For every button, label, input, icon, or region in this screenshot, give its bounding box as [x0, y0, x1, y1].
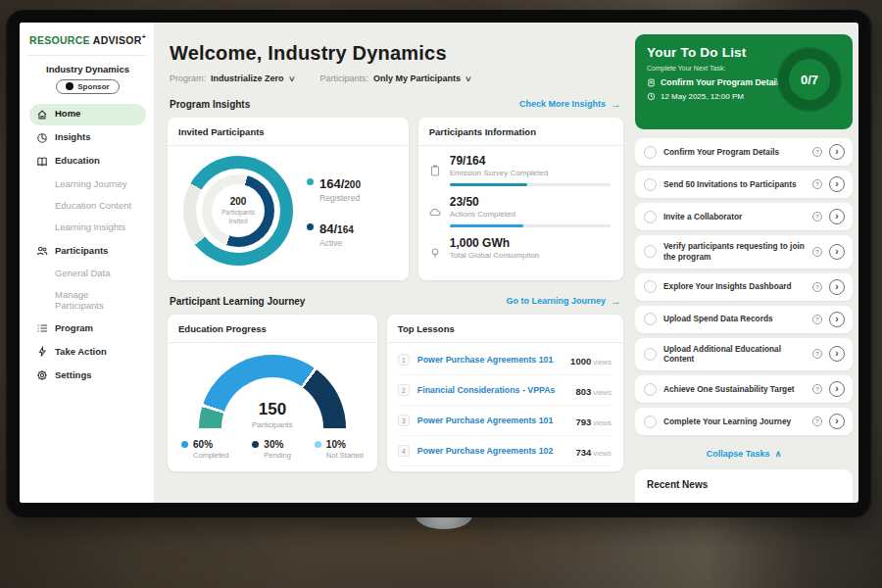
- link-label: Go to Learning Journey: [506, 296, 606, 306]
- help-icon[interactable]: ?: [812, 247, 822, 257]
- legend-value: 164/: [319, 176, 344, 191]
- sidebar-item-program[interactable]: Program: [29, 318, 146, 339]
- invited-participants-card: Invited Participants 200 Participants In…: [168, 118, 409, 280]
- sidebar-item-insights[interactable]: Insights: [29, 127, 146, 149]
- chevron-right-button[interactable]: ›: [829, 244, 845, 260]
- card-title: Education Progress: [168, 315, 377, 343]
- program-filter[interactable]: Program: Industrialize Zero ∨: [170, 74, 294, 83]
- sidebar-item-education[interactable]: Education: [29, 151, 146, 172]
- sidebar-item-home[interactable]: Home: [29, 104, 146, 125]
- checkbox-icon[interactable]: [644, 348, 657, 361]
- sidebar-item-education-content[interactable]: Education Content: [29, 196, 146, 216]
- checkbox-icon[interactable]: [644, 416, 657, 428]
- chevron-right-button[interactable]: ›: [829, 279, 845, 295]
- help-icon[interactable]: ?: [812, 212, 822, 221]
- progress-bar: [450, 224, 611, 227]
- task-row-invite-collaborator[interactable]: Invite a Collaborator ? ›: [635, 203, 853, 230]
- checkbox-icon[interactable]: [644, 383, 657, 396]
- top-lessons-card: Top Lessons 1 Power Purchase Agreements …: [387, 315, 623, 471]
- check-more-insights-link[interactable]: Check More Insights →: [519, 98, 621, 110]
- sidebar-item-label: Education: [55, 156, 100, 166]
- bulb-icon: [429, 236, 442, 263]
- gauge-center-value: 150: [199, 400, 346, 419]
- sidebar-item-learning-journey[interactable]: Learning Journey: [29, 174, 146, 194]
- progress-bar: [450, 183, 611, 186]
- stat-label: Emission Survey Completed: [450, 169, 611, 177]
- chevron-up-icon: ∧: [775, 449, 782, 459]
- brand-plus: +: [142, 33, 146, 40]
- participants-filter[interactable]: Participants: Only My Participants ∨: [319, 74, 470, 83]
- help-icon[interactable]: ?: [812, 384, 822, 394]
- help-icon[interactable]: ?: [812, 349, 822, 359]
- main-content: Welcome, Industry Dynamics Program: Indu…: [154, 23, 635, 503]
- org-name: Industry Dynamics: [29, 64, 146, 74]
- sidebar-item-general-data[interactable]: General Data: [29, 264, 146, 283]
- sidebar-item-manage-participants[interactable]: Manage Participants: [29, 285, 146, 316]
- task-row-upload-educational-content[interactable]: Upload Additional Educational Content ? …: [635, 338, 853, 371]
- help-icon[interactable]: ?: [812, 282, 822, 292]
- donut-center-value: 200: [230, 196, 247, 207]
- lesson-rank: 4: [398, 445, 410, 457]
- help-icon[interactable]: ?: [812, 416, 822, 426]
- checkbox-icon[interactable]: [644, 211, 657, 223]
- help-icon[interactable]: ?: [812, 147, 822, 157]
- donut-legend: 164/200 Registered 84/164 Active: [307, 174, 361, 248]
- chevron-right-button[interactable]: ›: [829, 144, 845, 160]
- lesson-link[interactable]: Power Purchase Agreements 101: [417, 416, 568, 425]
- list-icon: [36, 322, 48, 334]
- legend-pending: 30%Pending: [252, 439, 291, 460]
- todo-next-task-label: Confirm Your Program Details: [661, 77, 783, 87]
- sidebar-item-settings[interactable]: Settings: [29, 365, 146, 386]
- sidebar-item-learning-insights[interactable]: Learning Insights: [29, 218, 146, 237]
- collapse-tasks-link[interactable]: Collapse Tasks ∧: [707, 449, 781, 459]
- legend-label: Completed: [193, 451, 228, 460]
- checkbox-icon[interactable]: [644, 280, 657, 293]
- chevron-right-button[interactable]: ›: [829, 209, 845, 224]
- task-row-complete-learning-journey[interactable]: Complete Your Learning Journey ? ›: [635, 408, 853, 435]
- legend-dot: [307, 223, 314, 230]
- chevron-right-button[interactable]: ›: [829, 414, 845, 429]
- lesson-link[interactable]: Financial Considerations - VPPAs: [417, 385, 568, 395]
- legend-total: 164: [337, 224, 354, 235]
- help-icon[interactable]: ?: [812, 315, 822, 324]
- go-to-learning-journey-link[interactable]: Go to Learning Journey →: [506, 295, 621, 307]
- task-row-achieve-target[interactable]: Achieve One Sustainability Target ? ›: [635, 375, 853, 403]
- sponsor-badge[interactable]: Sponsor: [56, 79, 119, 94]
- lesson-views: 734: [575, 447, 591, 458]
- task-row-upload-spend-data[interactable]: Upload Spend Data Records ? ›: [635, 306, 853, 333]
- task-label: Upload Spend Data Records: [663, 314, 806, 324]
- task-label: Upload Additional Educational Content: [663, 344, 806, 366]
- task-row-confirm-program[interactable]: Confirm Your Program Details ? ›: [635, 138, 853, 166]
- task-row-explore-insights[interactable]: Explore Your Insights Dashboard ? ›: [635, 273, 853, 301]
- chevron-right-button[interactable]: ›: [829, 312, 845, 327]
- legend-label: Registered: [319, 193, 361, 203]
- sidebar-nav: Home Insights Education Learning Journey…: [29, 104, 146, 387]
- lesson-link[interactable]: Power Purchase Agreements 102: [417, 446, 568, 456]
- sidebar-item-participants[interactable]: Participants: [29, 240, 146, 262]
- checkbox-icon[interactable]: [644, 313, 657, 325]
- sidebar-item-label: Manage Participants: [55, 290, 139, 311]
- sidebar-item-take-action[interactable]: Take Action: [29, 341, 146, 363]
- checkbox-icon[interactable]: [644, 146, 657, 159]
- task-row-send-invitations[interactable]: Send 50 Invitations to Participants ? ›: [635, 171, 853, 198]
- monitor-bezel: RESOURCE ADVISOR+ Industry Dynamics Spon…: [6, 10, 872, 517]
- checkbox-icon[interactable]: [644, 245, 657, 258]
- sidebar-item-label: Insights: [55, 132, 90, 142]
- lesson-row: 2 Financial Considerations - VPPAs 803vi…: [398, 375, 612, 406]
- chevron-right-button[interactable]: ›: [829, 346, 845, 362]
- lesson-views: 793: [575, 416, 591, 427]
- clock-icon: [647, 92, 656, 101]
- sponsor-label: Sponsor: [77, 82, 109, 91]
- card-title: Invited Participants: [168, 118, 409, 146]
- lesson-link[interactable]: Power Purchase Agreements 101: [417, 355, 563, 365]
- chevron-right-button[interactable]: ›: [829, 176, 845, 192]
- checkbox-icon[interactable]: [644, 178, 657, 191]
- chevron-right-button[interactable]: ›: [829, 381, 845, 397]
- legend-total: 200: [344, 179, 361, 190]
- todo-due-label: 12 May 2025, 12:00 PM: [661, 92, 744, 101]
- action-icon: [36, 346, 48, 358]
- task-row-verify-participants[interactable]: Verify participants requesting to join t…: [635, 235, 853, 269]
- help-icon[interactable]: ?: [812, 179, 822, 189]
- lesson-views: 1000: [570, 356, 591, 367]
- arrow-right-icon: →: [611, 98, 621, 110]
